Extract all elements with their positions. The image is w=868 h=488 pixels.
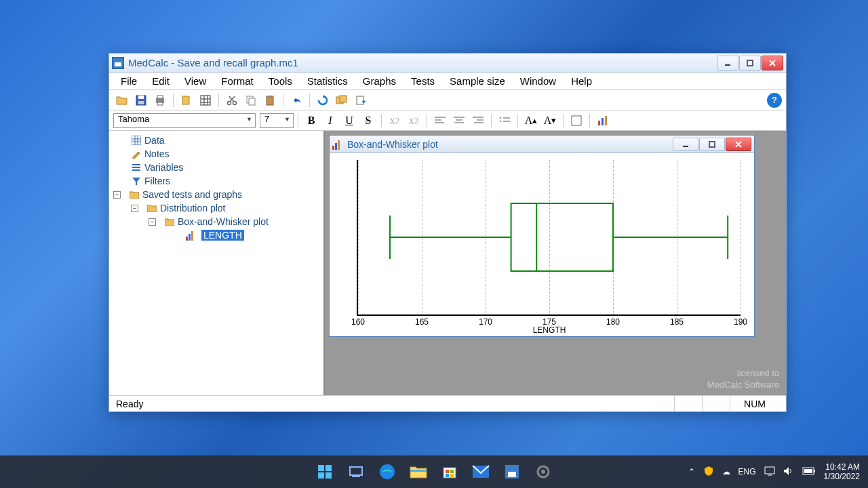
svg-rect-65 [326,472,332,479]
language-indicator[interactable]: ENG [738,467,756,476]
help-icon[interactable]: ? [767,93,782,108]
menu-view[interactable]: View [177,73,214,89]
svg-rect-43 [605,116,607,125]
menu-samplesize[interactable]: Sample size [442,73,513,89]
tree-distribution[interactable]: − Distribution plot [113,201,319,215]
svg-rect-26 [357,96,363,104]
maximize-button[interactable] [739,56,761,70]
size-select[interactable]: 7 [260,113,294,128]
table-tool-icon[interactable] [568,113,585,129]
underline-button[interactable]: U [340,113,358,129]
tick-label: 165 [415,317,429,327]
svg-rect-73 [446,474,449,477]
subscript-button[interactable]: x2 [386,113,403,129]
collapse-icon[interactable]: − [131,205,138,212]
explorer-icon[interactable] [405,458,432,485]
menubar: File Edit View Format Tools Statistics G… [109,73,786,90]
save-icon[interactable] [132,92,150,108]
settings-icon[interactable] [530,458,557,485]
tree-label: Data [144,135,165,146]
collapse-icon[interactable]: − [113,191,121,199]
cut-icon[interactable] [223,92,241,108]
edge-icon[interactable] [374,458,401,485]
decrease-font-icon[interactable]: A▾ [541,113,559,129]
menu-format[interactable]: Format [214,73,261,89]
refresh-icon[interactable] [314,92,332,108]
monitor-icon[interactable] [764,466,775,478]
copy-icon[interactable] [242,92,260,108]
open-icon[interactable] [113,92,131,108]
undo-icon[interactable] [288,92,305,108]
volume-icon[interactable] [783,466,794,478]
pencil-icon [131,148,142,159]
bold-button[interactable]: B [302,113,320,129]
collapse-icon[interactable]: − [149,218,156,226]
child-minimize-button[interactable] [673,138,698,151]
menu-window[interactable]: Window [513,73,564,89]
italic-button[interactable]: I [321,113,339,129]
minimize-button[interactable] [717,56,738,70]
align-right-icon[interactable] [469,113,487,129]
export-icon[interactable] [352,92,370,108]
folder-icon [146,203,157,214]
weather-icon[interactable]: ☁ [722,467,730,476]
clock[interactable]: 10:42 AM 1/30/2022 [824,462,860,482]
battery-icon[interactable] [802,467,816,477]
titlebar[interactable]: MedCalc - Save and recall graph.mc1 [109,54,786,73]
chevron-up-icon[interactable]: ⌃ [688,467,695,476]
medcalc-icon[interactable] [498,458,526,485]
superscript-button[interactable]: x2 [405,113,422,129]
svg-rect-23 [268,96,272,98]
grid-icon [131,135,142,146]
tree-notes[interactable]: Notes [113,147,319,161]
tree-boxwhisker[interactable]: − Box-and-Whisker plot [113,215,319,228]
menu-edit[interactable]: Edit [144,73,177,89]
tree-label: Notes [144,148,170,159]
statusbar: Ready NUM [109,395,786,411]
svg-point-68 [380,464,395,479]
store-icon[interactable] [436,458,463,485]
list-icon[interactable] [496,113,513,129]
child-close-button[interactable] [726,138,751,151]
tick-label: 160 [351,317,365,327]
svg-rect-74 [450,474,454,477]
close-button[interactable] [762,56,783,70]
svg-rect-6 [138,101,144,104]
menu-tests[interactable]: Tests [403,73,442,89]
paste-icon[interactable] [261,92,279,108]
mail-icon[interactable] [467,458,494,485]
tree-variables[interactable]: Variables [113,161,319,174]
svg-rect-60 [511,203,613,271]
align-center-icon[interactable] [450,113,468,129]
windows-icon[interactable] [333,92,351,108]
svg-rect-44 [132,136,141,145]
security-icon[interactable] [703,466,714,479]
increase-font-icon[interactable]: A▴ [522,113,540,129]
child-titlebar[interactable]: Box-and-Whisker plot [330,136,754,153]
tree-data[interactable]: Data [113,134,319,147]
font-select[interactable]: Tahoma [113,113,256,128]
svg-rect-21 [249,98,255,105]
menu-help[interactable]: Help [564,73,599,89]
menu-graphs[interactable]: Graphs [355,73,403,89]
print-icon[interactable] [151,92,169,108]
svg-rect-25 [340,96,347,102]
svg-rect-41 [598,121,600,125]
svg-rect-11 [201,96,210,105]
tree-saved[interactable]: − Saved tests and graphs [113,188,319,201]
menu-statistics[interactable]: Statistics [300,73,355,89]
chart-icon [184,230,195,241]
svg-rect-83 [814,470,815,472]
menu-tools[interactable]: Tools [261,73,300,89]
child-maximize-button[interactable] [699,138,725,151]
tree-filters[interactable]: Filters [113,174,319,188]
tree-length[interactable]: LENGTH [113,228,319,242]
grid-icon[interactable] [197,92,214,108]
menu-file[interactable]: File [113,73,144,89]
align-left-icon[interactable] [431,113,449,129]
strike-button[interactable]: S [359,113,377,129]
start-button[interactable] [311,458,338,485]
taskview-icon[interactable] [342,458,370,485]
chart-tool-icon[interactable] [594,113,612,129]
new-sheet-icon[interactable] [178,92,195,108]
